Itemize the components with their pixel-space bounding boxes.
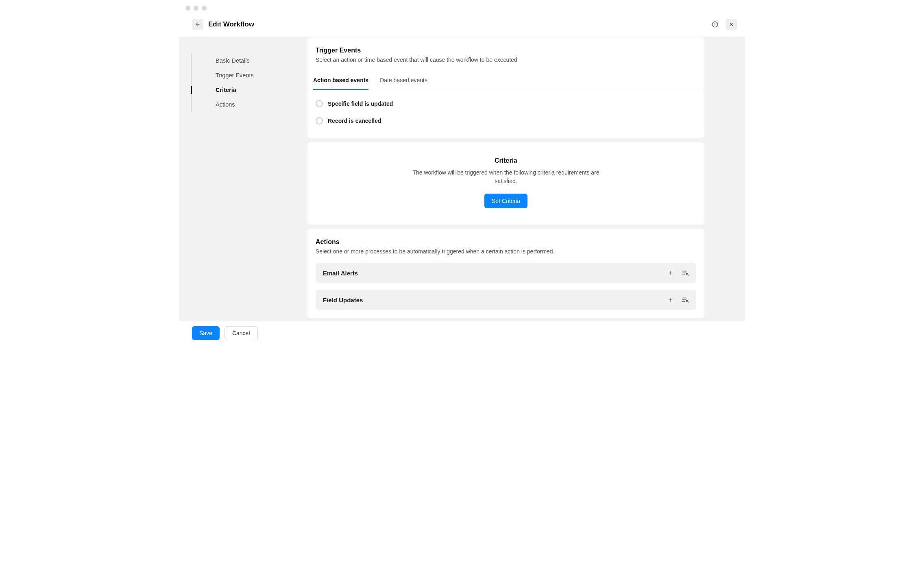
cancel-button[interactable]: Cancel xyxy=(224,326,258,340)
arrow-left-icon xyxy=(195,22,200,27)
footer-bar: Save Cancel xyxy=(179,321,745,345)
criteria-title: Criteria xyxy=(316,157,696,164)
mac-dot-close[interactable] xyxy=(185,6,190,11)
plus-icon xyxy=(668,297,673,303)
mac-dot-minimize[interactable] xyxy=(194,6,198,11)
list-filter-button[interactable] xyxy=(682,269,689,277)
info-icon xyxy=(711,21,719,28)
actions-card: Actions Select one or more processes to … xyxy=(307,229,704,318)
sidebar: Basic Details Trigger Events Criteria Ac… xyxy=(179,37,301,345)
sidebar-item-basic-details[interactable]: Basic Details xyxy=(191,53,301,68)
radio-label: Specific field is updated xyxy=(328,100,393,107)
sidebar-item-label: Actions xyxy=(216,101,235,108)
criteria-subtitle: The workflow will be triggered when the … xyxy=(412,168,599,185)
action-item-label: Email Alerts xyxy=(323,270,667,277)
close-button[interactable] xyxy=(726,19,737,30)
sidebar-item-label: Trigger Events xyxy=(216,72,254,79)
list-filter-button[interactable] xyxy=(682,296,689,303)
tab-date-based[interactable]: Date based events xyxy=(380,71,427,90)
criteria-card: Criteria The workflow will be triggered … xyxy=(307,142,704,225)
sidebar-item-criteria[interactable]: Criteria xyxy=(191,83,301,97)
trigger-events-title: Trigger Events xyxy=(316,47,696,54)
sidebar-item-actions[interactable]: Actions xyxy=(191,97,301,112)
tab-action-based[interactable]: Action based events xyxy=(313,71,368,90)
sidebar-item-label: Criteria xyxy=(216,87,236,93)
radio-label: Record is cancelled xyxy=(328,118,381,124)
radio-option-record-cancelled[interactable]: Record is cancelled xyxy=(316,112,696,129)
radio-icon xyxy=(316,100,323,107)
tab-label: Date based events xyxy=(380,77,427,83)
action-item-field-updates[interactable]: Field Updates xyxy=(316,290,696,310)
sidebar-item-trigger-events[interactable]: Trigger Events xyxy=(191,68,301,83)
trigger-events-subtitle: Select an action or time based event tha… xyxy=(316,57,696,63)
add-button[interactable] xyxy=(667,296,674,303)
radio-icon xyxy=(316,117,323,124)
trigger-tabs: Action based events Date based events xyxy=(307,71,704,90)
action-item-email-alerts[interactable]: Email Alerts xyxy=(316,263,696,283)
list-search-icon xyxy=(682,269,689,277)
add-button[interactable] xyxy=(667,269,674,277)
info-button[interactable] xyxy=(709,19,721,30)
page-title: Edit Workflow xyxy=(208,20,254,28)
trigger-events-card: Trigger Events Select an action or time … xyxy=(307,37,704,138)
window-controls xyxy=(179,0,745,15)
svg-point-3 xyxy=(715,23,715,23)
set-criteria-button[interactable]: Set Criteria xyxy=(484,194,527,208)
sidebar-item-label: Basic Details xyxy=(216,57,250,64)
actions-title: Actions xyxy=(316,238,696,246)
actions-subtitle: Select one or more processes to be autom… xyxy=(316,248,696,255)
svg-line-19 xyxy=(688,302,688,302)
mac-dot-maximize[interactable] xyxy=(202,6,207,11)
action-item-label: Field Updates xyxy=(323,297,667,303)
close-icon xyxy=(728,22,734,27)
page-header: Edit Workflow xyxy=(179,15,745,37)
main-content: Trigger Events Select an action or time … xyxy=(301,37,745,345)
tab-label: Action based events xyxy=(313,77,368,83)
radio-option-specific-field[interactable]: Specific field is updated xyxy=(316,95,696,112)
plus-icon xyxy=(668,270,673,276)
back-button[interactable] xyxy=(192,19,203,30)
list-search-icon xyxy=(682,296,689,303)
save-button[interactable]: Save xyxy=(192,326,220,340)
svg-line-12 xyxy=(688,275,688,275)
